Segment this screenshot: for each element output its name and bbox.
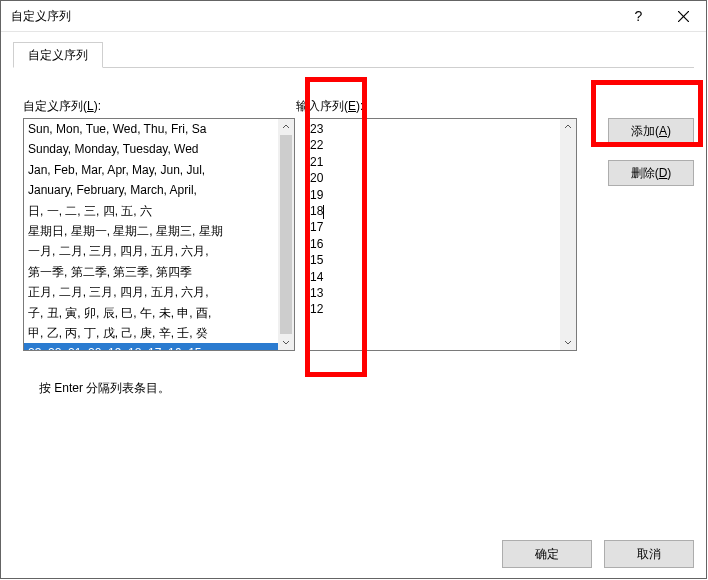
scroll-track[interactable] [560,135,576,334]
listbox-inner: Sun, Mon, Tue, Wed, Thu, Fri, SaSunday, … [23,118,295,351]
scroll-up-icon[interactable] [560,119,576,135]
dialog-footer: 确定 取消 [502,540,694,568]
list-item[interactable]: 第一季, 第二季, 第三季, 第四季 [24,262,294,282]
list-item[interactable]: Jan, Feb, Mar, Apr, May, Jun, Jul, [24,160,294,180]
custom-lists-listbox[interactable]: Sun, Mon, Tue, Wed, Thu, Fri, SaSunday, … [23,118,295,351]
input-line: 20 [310,170,572,186]
input-line: 19 [310,187,572,203]
help-button[interactable]: ? [616,1,661,31]
list-item[interactable]: 甲, 乙, 丙, 丁, 戊, 己, 庚, 辛, 壬, 癸 [24,323,294,343]
input-line: 21 [310,154,572,170]
input-line: 18 [310,203,572,219]
input-line: 23 [310,121,572,137]
close-icon [678,11,689,22]
list-item[interactable]: January, February, March, April, [24,180,294,200]
scroll-track[interactable] [278,135,294,334]
ok-button[interactable]: 确定 [502,540,592,568]
input-line: 17 [310,219,572,235]
delete-button[interactable]: 删除(D) [608,160,694,186]
input-list-label: 输入序列(E): [296,98,363,115]
window-title: 自定义序列 [1,8,71,25]
list-item[interactable]: 子, 丑, 寅, 卯, 辰, 巳, 午, 未, 申, 酉, [24,303,294,323]
list-item[interactable]: Sun, Mon, Tue, Wed, Thu, Fri, Sa [24,119,294,139]
scroll-down-icon[interactable] [278,334,294,350]
textarea-scrollbar[interactable] [560,119,576,350]
tab-strip: 自定义序列 [13,44,694,68]
input-line: 15 [310,252,572,268]
side-buttons: 添加(A) 删除(D) [608,118,694,202]
text-caret [323,205,324,219]
input-line: 22 [310,137,572,153]
list-item-selected[interactable]: 23, 22, 21, 20, 19, 18, 17, 16, 15, [24,343,294,351]
scroll-down-icon[interactable] [560,334,576,350]
tab-custom-lists[interactable]: 自定义序列 [13,42,103,68]
scroll-thumb[interactable] [280,135,292,334]
list-item[interactable]: 正月, 二月, 三月, 四月, 五月, 六月, [24,282,294,302]
hint-text: 按 Enter 分隔列表条目。 [39,380,170,397]
list-item[interactable]: 星期日, 星期一, 星期二, 星期三, 星期 [24,221,294,241]
tab-area: 自定义序列 [1,32,706,68]
input-line: 13 [310,285,572,301]
input-line: 14 [310,269,572,285]
list-item[interactable]: 日, 一, 二, 三, 四, 五, 六 [24,201,294,221]
close-button[interactable] [661,1,706,31]
scroll-up-icon[interactable] [278,119,294,135]
listbox-scrollbar[interactable] [278,119,294,350]
input-sequence-textarea[interactable]: 232221201918171615141312 [305,118,577,351]
list-item[interactable]: Sunday, Monday, Tuesday, Wed [24,139,294,159]
list-item[interactable]: 一月, 二月, 三月, 四月, 五月, 六月, [24,241,294,261]
titlebar[interactable]: 自定义序列 ? [1,1,706,32]
input-line: 12 [310,301,572,317]
input-line: 16 [310,236,572,252]
textarea-inner: 232221201918171615141312 [305,118,577,351]
custom-lists-dialog: 自定义序列 ? 自定义序列 自定义序列(L): 输入序列(E): Sun, Mo… [0,0,707,579]
cancel-button[interactable]: 取消 [604,540,694,568]
dialog-body: 自定义序列(L): 输入序列(E): Sun, Mon, Tue, Wed, T… [1,68,706,88]
tab-label: 自定义序列 [28,47,88,64]
custom-list-label: 自定义序列(L): [23,98,101,115]
add-button[interactable]: 添加(A) [608,118,694,144]
